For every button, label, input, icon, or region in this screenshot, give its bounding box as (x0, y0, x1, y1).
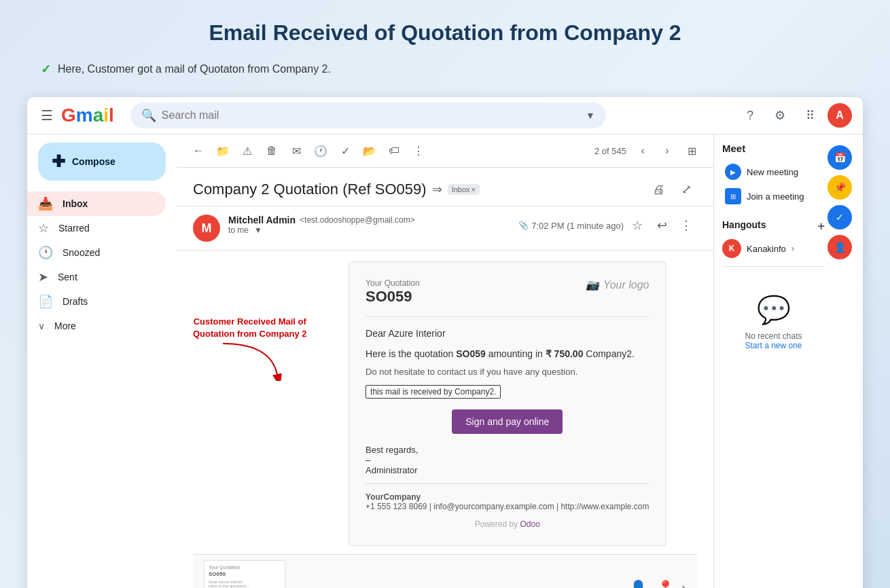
hangout-user-name: Kanakinfo (747, 244, 786, 254)
help-icon[interactable]: ? (738, 103, 762, 128)
thumbnail-bar: Your Quotation SO059 Dear Azure Interior… (193, 554, 697, 588)
search-input[interactable] (162, 109, 580, 122)
drafts-label: Drafts (63, 296, 88, 307)
view-options-icon[interactable]: ⊞ (681, 140, 702, 162)
more-options-icon[interactable]: ⋮ (408, 140, 429, 162)
sender-avatar: M (193, 215, 220, 242)
sign-pay-button[interactable]: Sign and pay online (452, 409, 563, 434)
odoo-link[interactable]: Odoo (520, 519, 539, 529)
meet-body: Meet ▶ New meeting ⊞ Join a meeting Hang… (722, 143, 855, 350)
quotation-ref: SO059 (456, 348, 486, 359)
keep-icon[interactable]: 📌 (827, 175, 852, 200)
join-meeting-item[interactable]: ⊞ Join a meeting (722, 184, 825, 208)
gmail-window: ☰ Gmail 🔍 ▼ ? ⚙ ⠿ A ✚ Compose 📥 (27, 97, 863, 588)
archive-icon[interactable]: 📁 (212, 140, 234, 162)
email-toolbar: ← 📁 ⚠ 🗑 ✉ 🕐 ✓ 📂 🏷 ⋮ 2 of 545 ‹ › ⊞ (177, 134, 713, 168)
sent-label: Sent (58, 272, 77, 282)
to-me-text: to me (228, 225, 249, 235)
sidebar-item-inbox[interactable]: 📥 Inbox (27, 191, 166, 216)
apps-icon[interactable]: ⠿ (798, 103, 822, 128)
next-email-icon[interactable]: › (656, 140, 678, 162)
forward-icon: ⇒ (432, 182, 442, 197)
check-icon[interactable]: ✓ (334, 140, 356, 162)
gmail-topbar: ☰ Gmail 🔍 ▼ ? ⚙ ⠿ A (27, 97, 863, 134)
move-icon[interactable]: 📂 (359, 140, 380, 162)
email-thumbnail: Your Quotation SO059 Dear Azure Interior… (204, 560, 285, 588)
chevron-down-icon: ∨ (38, 320, 45, 331)
reply-icon[interactable]: ↩ (651, 215, 673, 236)
sidebar-item-snoozed[interactable]: 🕐 Snoozed (27, 240, 166, 265)
no-recent-text: No recent chats (722, 331, 825, 341)
inbox-badge-text: Inbox (452, 185, 470, 194)
checkmark-icon: ✓ (41, 62, 51, 77)
delete-icon[interactable]: 🗑 (261, 140, 283, 162)
admin-name: Administrator (366, 465, 649, 475)
search-dropdown-icon[interactable]: ▼ (586, 110, 595, 121)
quotation-regards: Best regards, – Administrator (366, 445, 649, 475)
report-spam-icon[interactable]: ⚠ (236, 140, 258, 162)
annotation-area: Customer Received Mail ofQuotation from … (193, 316, 307, 381)
snoozed-label: Snoozed (63, 247, 100, 258)
snoozed-icon: 🕐 (38, 245, 53, 260)
email-sender-row: M Mitchell Admin <test.odooshoppe@gmail.… (177, 206, 713, 251)
location-icon[interactable]: 📍 (654, 576, 676, 588)
hangout-user-avatar: K (722, 239, 741, 258)
new-meeting-item[interactable]: ▶ New meeting (722, 160, 825, 184)
hangouts-section: Hangouts + (722, 219, 825, 234)
tasks-icon[interactable]: ✓ (827, 205, 852, 229)
inbox-badge-close[interactable]: × (471, 185, 476, 194)
print-icon[interactable]: 🖨 (648, 179, 670, 200)
email-header: Company 2 Quotation (Ref SO059) ⇒ Inbox … (177, 168, 713, 206)
quotation-header: Your Quotation SO059 📷 Your logo (366, 278, 649, 306)
person-icon[interactable]: 👤 (627, 576, 649, 588)
compose-button[interactable]: ✚ Compose (38, 143, 166, 181)
quotation-divider (366, 316, 649, 317)
label-icon[interactable]: 🏷 (383, 140, 405, 162)
expand-icon[interactable]: › (681, 580, 686, 589)
new-meeting-label: New meeting (747, 167, 798, 177)
email-content-wrapper: Customer Received Mail ofQuotation from … (193, 261, 697, 546)
your-logo: 📷 Your logo (586, 278, 649, 291)
hangout-chevron-icon: › (791, 244, 794, 253)
annotation-arrow (216, 340, 284, 381)
sidebar-item-more[interactable]: ∨ More (27, 314, 177, 338)
hangout-user-item[interactable]: K Kanakinfo › (722, 239, 825, 258)
snooze-icon[interactable]: 🕐 (310, 140, 332, 162)
hamburger-icon[interactable]: ☰ (38, 105, 56, 126)
company-name: YourCompany (366, 492, 649, 502)
drafts-icon: 📄 (38, 294, 53, 309)
calendar-icon[interactable]: 📅 (827, 145, 852, 170)
gmail-search-bar[interactable]: 🔍 ▼ (130, 103, 606, 128)
contacts-icon[interactable]: 👤 (827, 235, 852, 259)
inbox-badge: Inbox × (448, 184, 480, 195)
new-window-icon[interactable]: ⤢ (675, 179, 697, 200)
inbox-icon: 📥 (38, 196, 53, 211)
quotation-greeting: Dear Azure Interior (366, 328, 649, 339)
user-avatar[interactable]: A (827, 103, 852, 128)
subtitle-row: ✓ Here, Customer got a mail of Quotaton … (27, 62, 863, 77)
sender-meta: to me ▼ (228, 225, 510, 235)
sidebar-item-drafts[interactable]: 📄 Drafts (27, 289, 166, 314)
start-new-link[interactable]: Start a new one (722, 341, 825, 350)
sender-name: Mitchell Admin (228, 215, 296, 225)
more-actions-icon[interactable]: ⋮ (675, 215, 697, 236)
sidebar-item-sent[interactable]: ➤ Sent (27, 265, 166, 289)
add-hangout-icon[interactable]: + (817, 219, 825, 234)
back-icon[interactable]: ← (188, 140, 209, 162)
settings-icon[interactable]: ⚙ (768, 103, 792, 128)
quotation-company-footer: YourCompany +1 555 123 8069 | info@yourc… (366, 492, 649, 511)
screen-icon: ⊞ (725, 188, 741, 204)
no-recent-chats: 💬 No recent chats Start a new one (722, 294, 825, 350)
sender-actions: 📎 7:02 PM (1 minute ago) ☆ ↩ ⋮ (518, 215, 697, 236)
subtitle-text: Here, Customer got a mail of Quotaton fr… (58, 63, 331, 75)
compose-plus-icon: ✚ (52, 152, 65, 171)
quotation-card: Your Quotation SO059 📷 Your logo Dear Az… (349, 261, 666, 546)
sidebar-item-starred[interactable]: ☆ Starred (27, 216, 166, 240)
more-label: More (54, 320, 76, 331)
powered-by: Powered by Odoo (366, 519, 649, 529)
mark-unread-icon[interactable]: ✉ (285, 140, 307, 162)
to-chevron-icon[interactable]: ▼ (254, 225, 262, 235)
prev-email-icon[interactable]: ‹ (632, 140, 654, 162)
starred-label: Starred (58, 223, 90, 234)
star-icon[interactable]: ☆ (626, 215, 648, 236)
